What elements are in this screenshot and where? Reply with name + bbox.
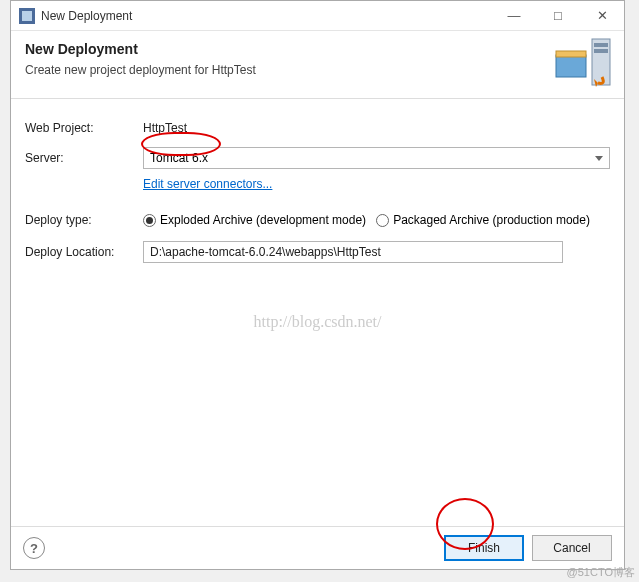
radio-exploded-item[interactable]: Exploded Archive (development mode) — [143, 213, 366, 227]
server-label: Server: — [25, 151, 143, 165]
web-project-value: HttpTest — [143, 121, 187, 135]
web-project-label: Web Project: — [25, 121, 143, 135]
radio-exploded-label: Exploded Archive (development mode) — [160, 213, 366, 227]
watermark-text: http://blog.csdn.net/ — [25, 313, 610, 331]
server-select-value: Tomcat 6.x — [150, 151, 208, 165]
deploy-type-row: Deploy type: Exploded Archive (developme… — [25, 209, 610, 231]
footer-buttons: Finish Cancel — [444, 535, 612, 561]
close-button[interactable]: ✕ — [580, 1, 624, 30]
titlebar: New Deployment — □ ✕ — [11, 1, 624, 31]
app-icon — [19, 8, 35, 24]
deploy-type-radio-group: Exploded Archive (development mode) Pack… — [143, 213, 590, 227]
radio-packaged-item[interactable]: Packaged Archive (production mode) — [376, 213, 590, 227]
deploy-location-row: Deploy Location: — [25, 241, 610, 263]
dialog-footer: ? Finish Cancel — [11, 526, 624, 569]
finish-button[interactable]: Finish — [444, 535, 524, 561]
svg-rect-0 — [556, 55, 586, 77]
window-title: New Deployment — [41, 9, 132, 23]
dialog-header: New Deployment Create new project deploy… — [11, 31, 624, 99]
corner-watermark: @51CTO博客 — [567, 565, 635, 580]
minimize-button[interactable]: — — [492, 1, 536, 30]
svg-rect-1 — [556, 51, 586, 57]
web-project-row: Web Project: HttpTest — [25, 117, 610, 139]
radio-icon — [376, 214, 389, 227]
svg-rect-4 — [594, 49, 608, 53]
radio-icon — [143, 214, 156, 227]
radio-packaged-label: Packaged Archive (production mode) — [393, 213, 590, 227]
cancel-button[interactable]: Cancel — [532, 535, 612, 561]
server-select[interactable]: Tomcat 6.x — [143, 147, 610, 169]
deploy-location-label: Deploy Location: — [25, 245, 143, 259]
svg-rect-3 — [594, 43, 608, 47]
server-row: Server: Tomcat 6.x — [25, 147, 610, 169]
page-title: New Deployment — [25, 41, 610, 57]
page-description: Create new project deployment for HttpTe… — [25, 63, 610, 77]
deploy-type-label: Deploy type: — [25, 213, 143, 227]
maximize-button[interactable]: □ — [536, 1, 580, 30]
edit-server-connectors-link[interactable]: Edit server connectors... — [143, 177, 272, 191]
deployment-icon — [554, 37, 612, 87]
edit-connectors-row: Edit server connectors... — [143, 177, 610, 191]
window-controls: — □ ✕ — [492, 1, 624, 30]
deploy-location-input[interactable] — [143, 241, 563, 263]
dialog-window: New Deployment — □ ✕ New Deployment Crea… — [10, 0, 625, 570]
form-area: Web Project: HttpTest Server: Tomcat 6.x… — [11, 99, 624, 526]
help-icon[interactable]: ? — [23, 537, 45, 559]
